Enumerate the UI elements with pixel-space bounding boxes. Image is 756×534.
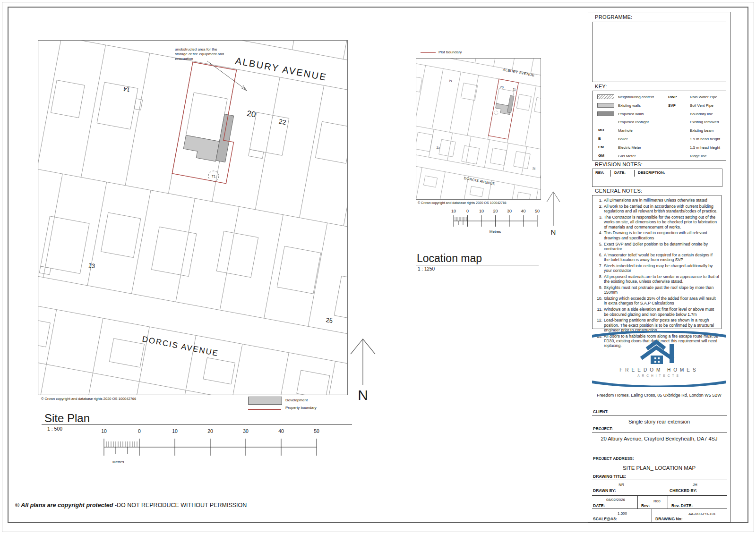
locmap-plot-label-14: 14 [449,79,453,82]
location-map-scale-bar: 10 0 10 20 30 40 50 Metres [448,207,542,235]
key-row: Proposed walls Boundary line [593,111,726,119]
legend-development-swatch [248,397,282,405]
key-item-label: Soil Vent Pipe [690,103,713,108]
key-item-label: Electric Meter [618,145,641,150]
site-plan-scale: 1 : 500 [47,426,62,432]
general-note: 11.Windows on a side elevation at first … [594,307,719,317]
project-address-label: PROJECT ADDRESS: [593,456,634,461]
general-note: 1.All Dimensions are in millimetres unle… [594,198,719,203]
key-item-label: Proposed rooflight [618,120,649,124]
site-plan-north-arrow: N [343,331,383,401]
locmap-plot-label-13: 13 [436,146,440,150]
general-note: 8.All proposed materials are to be simil… [594,274,719,284]
fire-equipment-annotation-line3: evacuation [175,57,193,61]
scalebar-tick-label: 0 [466,209,469,213]
key-item-label: Gas Meter [618,154,636,158]
key-row: EM Electric Meter 1.5 m head hieght [593,144,726,152]
rev-value: R00 [653,499,661,503]
field-rule [592,462,727,462]
key-row: Proposed rooflight Existing removed [593,119,726,127]
general-note: 3.The Contractor is responsible for the … [594,215,719,229]
site-plan-title-rule [42,424,352,425]
general-notes-label: GENERAL NOTES: [595,188,642,194]
scale-label: SCALE@A3: [593,517,617,521]
scalebar-tick-label: 10 [101,428,107,434]
legend-property-boundary-label: Property boundary [285,406,317,410]
revision-notes-label: REVISION NOTES: [595,161,643,167]
legend-property-boundary-swatch [248,409,281,410]
key-code: B [598,136,601,141]
location-map-north-arrow: N [544,187,563,237]
swatch-existing-walls [597,103,614,108]
logo-subtitle: ARCHITECTS [588,374,730,377]
logo-swoosh-top [592,331,726,339]
scalebar-tick-label: 30 [507,209,512,213]
key-item-label: 1.5 m head hieght [690,145,720,150]
general-note: 6.A 'macerator toilet' would be required… [594,253,719,263]
street-label-dorcis: DORCIS AVENUE [141,334,219,358]
scalebar-tick-label: 10 [172,428,178,434]
project-label: PROJECT: [593,426,613,431]
plot-label-25: 25 [326,316,333,324]
project-address-value: 20 Albury Avenue, Crayford Bexleyheath, … [588,436,730,441]
key-item-label: Ridge line [690,154,707,158]
key-item-label: 1.9 m head height [690,137,720,141]
general-note: 4.This Drawing is to be read in conjunct… [594,230,719,240]
swatch-neighbouring-context [597,94,614,99]
scalebar-tick-label: 10 [479,209,484,213]
key-item-label: Boiler [618,137,627,141]
location-map-copyright: © Crown copyright and database rights 20… [418,201,507,204]
key-row: MH Manhole Existing beam [593,127,726,135]
rev-label: Rev: [641,503,650,508]
locmap-street-label-albury: ALBURY AVENUE [503,68,535,77]
key-row: Existing walls SVP Soil Vent Pipe [593,102,726,110]
logo-swoosh-bottom [592,380,726,387]
scalebar-tick-label: 10 [451,209,456,213]
rev-col-header: DATE: [614,170,626,175]
scalebar-tick-label: 20 [493,209,498,213]
key-row: GM Gas Meter Ridge line [593,153,726,161]
location-map-scale: 1 : 1250 [418,266,435,271]
programme-box [592,22,726,82]
key-row: Neighbouring context RWP Rain Water Pipe [593,94,726,102]
rev-divider [610,170,611,177]
location-map-title-rule [416,265,539,265]
north-label: N [358,387,368,401]
general-note: 9.Skylights must not protrude past the r… [594,285,719,295]
freedom-homes-logo-icon [631,339,687,366]
locmap-legend-plot-boundary-swatch [421,52,436,53]
rev-date-label: Rev. DATE: [671,503,693,508]
date-value: 08/02/2026 [606,498,625,502]
general-note: 2.All work to be carried out in accordan… [594,204,719,214]
drawing-title-value: SITE PLAN_ LOCATION MAP [588,465,730,471]
drawing-no-value: AA-R00-PR-101 [688,512,716,516]
scale-value: 1:500 [618,511,627,516]
key-item-label: Existing removed [690,120,719,124]
field-rule [592,432,727,432]
copyright-bold-text: All plans are copyright protected - [19,502,117,509]
scalebar-tick-label: 50 [535,209,540,213]
drawing-title-label: DRAWING TITLE: [593,474,626,479]
site-plan-frame [38,41,348,395]
scalebar-tick-label: 50 [314,428,319,434]
key-abbr: RWP [668,95,677,99]
north-label: N [551,228,556,236]
sheet-copyright-notice: © All plans are copyright protected -DO … [15,502,247,509]
key-code: MH [598,128,604,132]
field-rule [592,415,727,415]
firm-address: Freedom Homes. Ealing Cross, 85 Uxbridge… [588,393,730,398]
revision-notes-box: REV: DATE: DESCRIPTION: [592,169,722,187]
locmap-plot-label-25: 25 [532,167,536,170]
drawn-by-label: DRAWN BY: [593,488,616,493]
client-label: CLIENT: [593,409,609,414]
key-item-label: Rain Water Pipe [690,95,717,99]
plot-label-20: 20 [246,109,257,119]
checked-by-label: CHECKED BY: [670,488,697,493]
field-rule [592,509,727,509]
key-item-label: Manhole [618,128,633,133]
key-item-label: Existing walls [618,103,641,108]
fire-equipment-annotation-line1: unobstructed area for the [175,47,217,51]
copyright-symbol: © [15,502,19,509]
field-rule [592,480,727,480]
general-note: 5.Exact SVP and Boiler position to be de… [594,242,719,252]
